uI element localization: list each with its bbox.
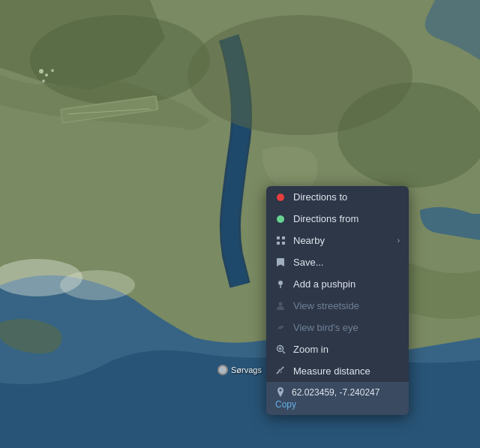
measure-distance-label: Measure distance (293, 365, 400, 377)
svg-rect-13 (277, 236, 280, 239)
save-icon (275, 257, 286, 268)
svg-point-19 (279, 302, 283, 306)
red-dot-icon (275, 192, 286, 203)
coordinates-pin-icon (275, 387, 286, 398)
svg-rect-16 (282, 242, 285, 245)
green-dot-icon (275, 214, 286, 224)
menu-item-measure-distance[interactable]: Measure distance (266, 360, 409, 382)
menu-item-directions-from[interactable]: Directions from (266, 208, 409, 230)
coordinates-section: 62.023459, -7.240247 Copy (266, 382, 409, 415)
nearby-label: Nearby (293, 235, 390, 246)
measure-distance-icon (275, 366, 286, 377)
menu-item-directions-to[interactable]: Directions to (266, 186, 409, 208)
directions-to-label: Directions to (293, 191, 400, 203)
svg-point-7 (39, 69, 44, 74)
svg-point-9 (51, 69, 54, 72)
zoom-in-label: Zoom in (293, 344, 400, 355)
svg-line-21 (283, 351, 285, 353)
svg-rect-14 (282, 236, 285, 239)
location-marker (218, 365, 228, 375)
coordinates-row: 62.023459, -7.240247 (275, 387, 400, 398)
menu-item-view-birdseye: View bird's eye (266, 317, 409, 338)
pushpin-icon (275, 279, 286, 290)
menu-item-view-streetside: View streetside (266, 295, 409, 317)
svg-point-12 (60, 270, 135, 300)
context-menu: Directions to Directions from Nearby › S… (266, 186, 409, 415)
streetside-icon (275, 301, 286, 311)
nearby-icon (275, 236, 286, 246)
menu-item-nearby[interactable]: Nearby › (266, 230, 409, 251)
menu-item-save[interactable]: Save... (266, 251, 409, 273)
svg-point-1 (30, 15, 210, 105)
copy-coordinates-button[interactable]: Copy (275, 398, 400, 410)
birdseye-icon (275, 323, 286, 333)
view-streetside-label: View streetside (293, 300, 400, 311)
map-label-sorvags: Sørvags (218, 365, 262, 375)
view-birdseye-label: View bird's eye (293, 322, 400, 333)
directions-from-label: Directions from (293, 213, 400, 224)
zoom-in-icon (275, 344, 286, 355)
menu-item-zoom-in[interactable]: Zoom in (266, 338, 409, 360)
svg-point-10 (42, 80, 45, 83)
add-pushpin-label: Add a pushpin (293, 278, 400, 290)
save-label: Save... (293, 257, 400, 268)
svg-rect-15 (277, 242, 280, 245)
svg-point-17 (278, 281, 283, 285)
menu-item-add-pushpin[interactable]: Add a pushpin (266, 273, 409, 295)
nearby-chevron-icon: › (398, 236, 400, 245)
coordinates-value: 62.023459, -7.240247 (292, 387, 380, 398)
svg-point-8 (45, 74, 48, 77)
